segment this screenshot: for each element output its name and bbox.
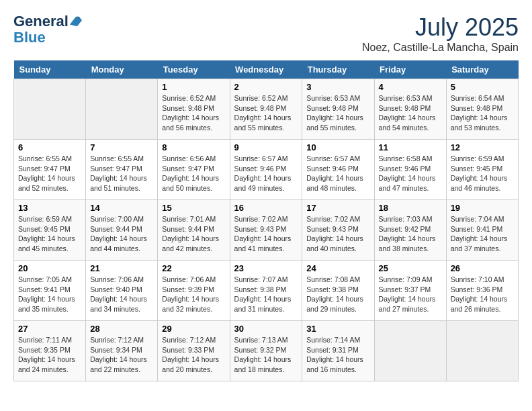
day-info: Sunrise: 7:04 AMSunset: 9:41 PMDaylight:… <box>451 214 514 254</box>
logo-icon <box>70 15 82 28</box>
day-number: 14 <box>90 203 153 213</box>
day-number: 8 <box>162 142 225 152</box>
day-number: 11 <box>379 142 442 152</box>
calendar-header-row: SundayMondayTuesdayWednesdayThursdayFrid… <box>14 60 519 79</box>
page-header: General Blue July 2025 Noez, Castille-La… <box>13 13 519 54</box>
day-info: Sunrise: 6:56 AMSunset: 9:47 PMDaylight:… <box>162 154 225 193</box>
logo-blue: Blue <box>13 30 46 46</box>
logo-general: General <box>13 13 69 30</box>
calendar-cell: 26Sunrise: 7:10 AMSunset: 9:36 PMDayligh… <box>446 261 518 321</box>
calendar-cell: 22Sunrise: 7:06 AMSunset: 9:39 PMDayligh… <box>158 261 230 321</box>
day-number: 15 <box>162 203 225 213</box>
day-info: Sunrise: 7:12 AMSunset: 9:34 PMDaylight:… <box>90 335 153 375</box>
day-number: 12 <box>451 142 514 152</box>
day-number: 29 <box>162 324 225 334</box>
header-wednesday: Wednesday <box>230 60 302 79</box>
day-number: 22 <box>162 263 225 273</box>
calendar-cell: 25Sunrise: 7:09 AMSunset: 9:37 PMDayligh… <box>374 261 446 321</box>
day-info: Sunrise: 7:00 AMSunset: 9:44 PMDaylight:… <box>90 214 153 254</box>
header-monday: Monday <box>86 60 158 79</box>
header-saturday: Saturday <box>446 60 518 79</box>
day-number: 7 <box>90 142 153 152</box>
calendar-cell: 3Sunrise: 6:53 AMSunset: 9:48 PMDaylight… <box>302 79 374 140</box>
day-info: Sunrise: 7:07 AMSunset: 9:38 PMDaylight:… <box>234 275 298 314</box>
calendar-cell: 6Sunrise: 6:55 AMSunset: 9:47 PMDaylight… <box>14 140 86 200</box>
day-number: 25 <box>379 263 442 273</box>
day-info: Sunrise: 6:57 AMSunset: 9:46 PMDaylight:… <box>234 154 298 193</box>
day-number: 28 <box>90 324 153 334</box>
calendar-cell: 2Sunrise: 6:52 AMSunset: 9:48 PMDaylight… <box>230 79 302 140</box>
day-info: Sunrise: 7:01 AMSunset: 9:44 PMDaylight:… <box>162 214 225 254</box>
logo: General Blue <box>13 13 82 46</box>
svg-marker-0 <box>70 17 82 26</box>
month-year-title: July 2025 <box>362 13 519 42</box>
calendar-cell: 24Sunrise: 7:08 AMSunset: 9:38 PMDayligh… <box>302 261 374 321</box>
calendar-cell: 17Sunrise: 7:02 AMSunset: 9:43 PMDayligh… <box>302 200 374 261</box>
calendar-cell: 15Sunrise: 7:01 AMSunset: 9:44 PMDayligh… <box>158 200 230 261</box>
calendar-cell: 4Sunrise: 6:53 AMSunset: 9:48 PMDaylight… <box>374 79 446 140</box>
title-section: July 2025 Noez, Castille-La Mancha, Spai… <box>362 13 519 54</box>
calendar-cell: 23Sunrise: 7:07 AMSunset: 9:38 PMDayligh… <box>230 261 302 321</box>
day-info: Sunrise: 7:11 AMSunset: 9:35 PMDaylight:… <box>18 335 81 375</box>
day-info: Sunrise: 6:54 AMSunset: 9:48 PMDaylight:… <box>451 93 514 133</box>
header-thursday: Thursday <box>302 60 374 79</box>
calendar-cell: 30Sunrise: 7:13 AMSunset: 9:32 PMDayligh… <box>230 321 302 381</box>
calendar-cell: 1Sunrise: 6:52 AMSunset: 9:48 PMDaylight… <box>158 79 230 140</box>
calendar-cell: 19Sunrise: 7:04 AMSunset: 9:41 PMDayligh… <box>446 200 518 261</box>
calendar-cell: 11Sunrise: 6:58 AMSunset: 9:46 PMDayligh… <box>374 140 446 200</box>
day-number: 20 <box>18 263 81 273</box>
calendar-cell: 18Sunrise: 7:03 AMSunset: 9:42 PMDayligh… <box>374 200 446 261</box>
day-info: Sunrise: 7:02 AMSunset: 9:43 PMDaylight:… <box>234 214 298 254</box>
day-info: Sunrise: 6:58 AMSunset: 9:46 PMDaylight:… <box>379 154 442 193</box>
day-info: Sunrise: 6:53 AMSunset: 9:48 PMDaylight:… <box>379 93 442 133</box>
header-tuesday: Tuesday <box>158 60 230 79</box>
day-number: 19 <box>451 203 514 213</box>
calendar-cell: 16Sunrise: 7:02 AMSunset: 9:43 PMDayligh… <box>230 200 302 261</box>
day-number: 3 <box>306 82 369 92</box>
calendar-week-2: 6Sunrise: 6:55 AMSunset: 9:47 PMDaylight… <box>14 140 519 200</box>
calendar-cell: 14Sunrise: 7:00 AMSunset: 9:44 PMDayligh… <box>86 200 158 261</box>
calendar-cell: 8Sunrise: 6:56 AMSunset: 9:47 PMDaylight… <box>158 140 230 200</box>
day-info: Sunrise: 6:55 AMSunset: 9:47 PMDaylight:… <box>90 154 153 193</box>
calendar-cell: 20Sunrise: 7:05 AMSunset: 9:41 PMDayligh… <box>14 261 86 321</box>
location-subtitle: Noez, Castille-La Mancha, Spain <box>362 42 519 54</box>
day-info: Sunrise: 7:03 AMSunset: 9:42 PMDaylight:… <box>379 214 442 254</box>
calendar-table: SundayMondayTuesdayWednesdayThursdayFrid… <box>13 60 519 381</box>
day-number: 24 <box>306 263 369 273</box>
day-info: Sunrise: 6:53 AMSunset: 9:48 PMDaylight:… <box>306 93 369 133</box>
day-info: Sunrise: 7:09 AMSunset: 9:37 PMDaylight:… <box>379 275 442 314</box>
day-info: Sunrise: 7:06 AMSunset: 9:39 PMDaylight:… <box>162 275 225 314</box>
day-number: 1 <box>162 82 225 92</box>
calendar-cell: 9Sunrise: 6:57 AMSunset: 9:46 PMDaylight… <box>230 140 302 200</box>
calendar-cell: 31Sunrise: 7:14 AMSunset: 9:31 PMDayligh… <box>302 321 374 381</box>
calendar-cell: 27Sunrise: 7:11 AMSunset: 9:35 PMDayligh… <box>14 321 86 381</box>
day-number: 2 <box>234 82 298 92</box>
day-number: 18 <box>379 203 442 213</box>
day-number: 31 <box>306 324 369 334</box>
day-number: 26 <box>451 263 514 273</box>
day-number: 27 <box>18 324 81 334</box>
calendar-week-3: 13Sunrise: 6:59 AMSunset: 9:45 PMDayligh… <box>14 200 519 261</box>
calendar-cell: 10Sunrise: 6:57 AMSunset: 9:46 PMDayligh… <box>302 140 374 200</box>
day-info: Sunrise: 6:57 AMSunset: 9:46 PMDaylight:… <box>306 154 369 193</box>
calendar-cell <box>14 79 86 140</box>
day-number: 6 <box>18 142 81 152</box>
calendar-cell: 5Sunrise: 6:54 AMSunset: 9:48 PMDaylight… <box>446 79 518 140</box>
calendar-cell: 12Sunrise: 6:59 AMSunset: 9:45 PMDayligh… <box>446 140 518 200</box>
day-number: 21 <box>90 263 153 273</box>
calendar-cell <box>86 79 158 140</box>
calendar-week-5: 27Sunrise: 7:11 AMSunset: 9:35 PMDayligh… <box>14 321 519 381</box>
day-number: 5 <box>451 82 514 92</box>
day-info: Sunrise: 7:13 AMSunset: 9:32 PMDaylight:… <box>234 335 298 375</box>
day-info: Sunrise: 7:05 AMSunset: 9:41 PMDaylight:… <box>18 275 81 314</box>
calendar-cell: 28Sunrise: 7:12 AMSunset: 9:34 PMDayligh… <box>86 321 158 381</box>
day-info: Sunrise: 6:59 AMSunset: 9:45 PMDaylight:… <box>18 214 81 254</box>
day-number: 16 <box>234 203 298 213</box>
day-info: Sunrise: 7:08 AMSunset: 9:38 PMDaylight:… <box>306 275 369 314</box>
header-sunday: Sunday <box>14 60 86 79</box>
day-info: Sunrise: 7:06 AMSunset: 9:40 PMDaylight:… <box>90 275 153 314</box>
day-info: Sunrise: 7:12 AMSunset: 9:33 PMDaylight:… <box>162 335 225 375</box>
day-info: Sunrise: 7:10 AMSunset: 9:36 PMDaylight:… <box>451 275 514 314</box>
calendar-cell: 7Sunrise: 6:55 AMSunset: 9:47 PMDaylight… <box>86 140 158 200</box>
calendar-cell: 21Sunrise: 7:06 AMSunset: 9:40 PMDayligh… <box>86 261 158 321</box>
